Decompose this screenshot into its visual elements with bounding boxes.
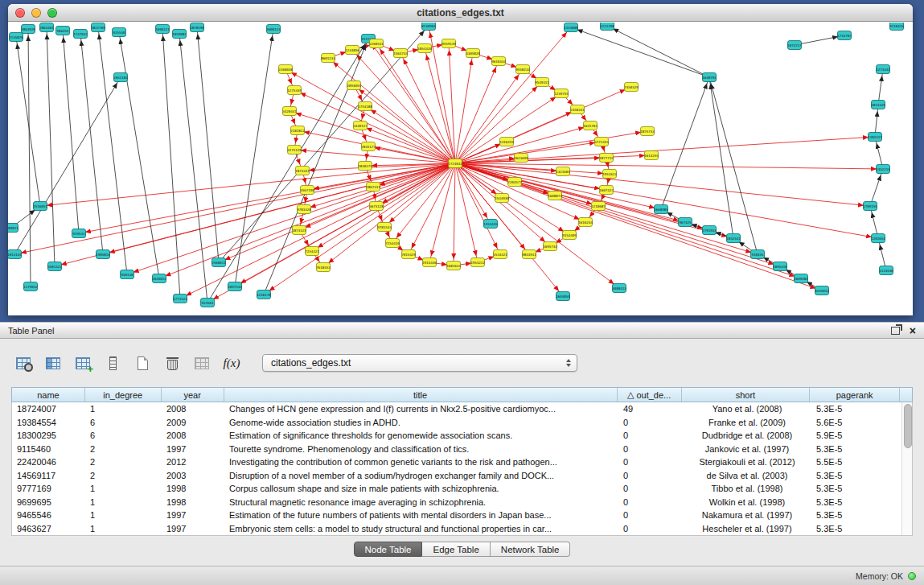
graph-node[interactable]: 2867311 [366, 183, 380, 192]
table-cell[interactable]: 0 [618, 522, 683, 536]
table-cell[interactable]: Structural magnetic resonance image aver… [224, 496, 618, 509]
close-window-button[interactable] [15, 8, 25, 18]
table-cell[interactable]: 14569117 [12, 469, 85, 483]
table-row[interactable]: 1456911722003Disruption of a novel membe… [12, 469, 901, 483]
graph-node[interactable]: 2135876 [9, 33, 23, 42]
graph-node[interactable]: 1822769 [91, 23, 105, 32]
graph-edge[interactable] [119, 32, 159, 278]
table-cell[interactable]: Disruption of a novel member of a sodium… [224, 469, 618, 483]
graph-edge[interactable] [80, 34, 103, 254]
graph-node[interactable]: 950138 [121, 270, 134, 279]
graph-node[interactable]: 1609482 [794, 274, 808, 283]
table-cell[interactable]: 9465546 [12, 509, 85, 522]
table-cell[interactable]: 0 [618, 496, 683, 509]
graph-node[interactable]: 2260531 [369, 39, 384, 48]
graph-node[interactable]: 1316255 [499, 138, 514, 146]
table-cell[interactable]: 0 [618, 416, 683, 430]
table-cell[interactable]: 1 [85, 522, 162, 536]
graph-node[interactable]: 918455 [751, 250, 765, 259]
graph-edge[interactable] [28, 29, 31, 286]
table-cell[interactable]: Embryonic stem cells: a model to study s… [224, 522, 618, 536]
function-builder-button[interactable]: f(x) [221, 352, 242, 373]
table-mode-button[interactable] [13, 352, 34, 373]
network-graph[interactable]: 1863920206340190645521358761747032182276… [8, 23, 913, 315]
graph-node[interactable]: 1854320 [417, 44, 432, 53]
graph-edge[interactable] [455, 93, 561, 163]
graph-node[interactable]: 1877715 [599, 154, 614, 163]
table-cell[interactable]: 22420046 [12, 455, 85, 469]
graph-node[interactable]: 1074727 [787, 41, 802, 50]
table-cell[interactable]: 1997 [162, 522, 224, 536]
graph-node[interactable]: 924561 [201, 299, 215, 307]
graph-node[interactable]: 9245012 [815, 286, 829, 295]
graph-node[interactable]: 9783320 [297, 205, 311, 214]
graph-node[interactable]: 1201654 [871, 234, 885, 243]
table-row[interactable]: 1938455462009Genome-wide association stu… [12, 416, 901, 430]
graph-node[interactable]: 3440127 [353, 122, 368, 130]
graph-node[interactable]: 919533 [72, 229, 86, 238]
table-source-dropdown[interactable]: citations_edges.txt [262, 354, 577, 372]
table-cell[interactable]: 1997 [162, 509, 224, 522]
graph-edge[interactable] [455, 53, 473, 163]
table-cell[interactable]: 9699695 [12, 496, 85, 509]
column-header-name[interactable]: name [12, 388, 85, 402]
graph-node[interactable]: 1623699 [514, 154, 528, 163]
zoom-window-button[interactable] [47, 8, 57, 18]
graph-node[interactable]: 2026012 [152, 274, 166, 283]
delete-column-button[interactable] [162, 352, 183, 373]
table-row[interactable]: 1872400712008Changes of HCN gene express… [12, 402, 901, 416]
graph-edge[interactable] [384, 163, 455, 227]
graph-node[interactable]: 2260038 [278, 65, 293, 74]
network-canvas[interactable]: 1863920206340190645521358761747032182276… [8, 23, 913, 315]
table-panel-header[interactable]: Table Panel × [0, 322, 924, 339]
graph-node[interactable]: 1914430 [422, 258, 437, 267]
close-panel-icon[interactable]: × [910, 325, 916, 336]
table-cell[interactable]: 5.6E-5 [811, 416, 901, 430]
graph-node[interactable]: 1275339 [287, 86, 302, 95]
graph-node[interactable]: 1114530 [879, 266, 893, 275]
graph-node[interactable]: 2560611 [211, 258, 226, 267]
graph-node[interactable]: 9781533 [377, 223, 392, 232]
table-row[interactable]: 2242004622012Investigating the contribut… [12, 455, 901, 469]
graph-node[interactable]: 3008413 [612, 284, 626, 293]
graph-edge[interactable] [290, 111, 455, 163]
table-scrollbar[interactable] [901, 402, 912, 535]
graph-node[interactable]: 2204577 [507, 178, 522, 187]
graph-node[interactable]: 1905815 [96, 250, 110, 259]
table-cell[interactable]: Hescheler et al. (1997) [683, 522, 811, 536]
graph-node[interactable]: 2094055 [347, 81, 361, 90]
graph-node[interactable]: 1452215 [876, 165, 890, 174]
table-cell[interactable]: 9463627 [12, 522, 85, 536]
table-cell[interactable]: Tibbo et al. (1998) [683, 482, 811, 496]
window-titlebar[interactable]: citations_edges.txt [8, 4, 913, 22]
table-cell[interactable]: 5.3E-5 [811, 482, 901, 496]
column-header-short[interactable]: short [682, 388, 811, 402]
graph-node[interactable]: 9549311 [535, 78, 549, 87]
graph-edge[interactable] [14, 77, 121, 254]
graph-node[interactable]: 925530 [113, 28, 126, 37]
table-cell[interactable]: 2008 [162, 402, 224, 416]
graph-node[interactable]: 1239755 [554, 89, 569, 98]
table-cell[interactable]: 1998 [162, 496, 224, 509]
graph-node[interactable]: 1625703 [583, 122, 598, 130]
graph-node[interactable]: 2450331 [570, 105, 585, 114]
graph-edge[interactable] [870, 169, 883, 206]
table-cell[interactable]: Tourette syndrome. Phenomenology and cla… [224, 443, 618, 456]
table-cell[interactable]: Stergiakouli et al. (2012) [683, 455, 811, 469]
table-cell[interactable]: 49 [618, 402, 683, 416]
column-header-pagerank[interactable]: pagerank [810, 388, 900, 402]
graph-node[interactable]: 1648794 [702, 73, 717, 82]
table-cell[interactable]: 1997 [162, 443, 224, 456]
graph-node[interactable]: 2791933 [702, 226, 717, 235]
column-visibility-button[interactable] [43, 352, 64, 373]
graph-node[interactable]: 1221398 [600, 23, 614, 31]
graph-node[interactable]: 9844911 [522, 250, 536, 259]
graph-node[interactable]: 3771455 [594, 138, 609, 146]
graph-edge[interactable] [454, 163, 455, 266]
graph-node[interactable]: 1534421 [493, 250, 507, 259]
table-cell[interactable]: 2 [85, 469, 162, 483]
graph-node[interactable]: 1059082 [172, 30, 187, 39]
graph-node[interactable]: 9610344 [491, 57, 506, 66]
graph-node[interactable]: 1616244 [578, 218, 593, 227]
graph-node[interactable]: 1095410 [773, 262, 787, 271]
